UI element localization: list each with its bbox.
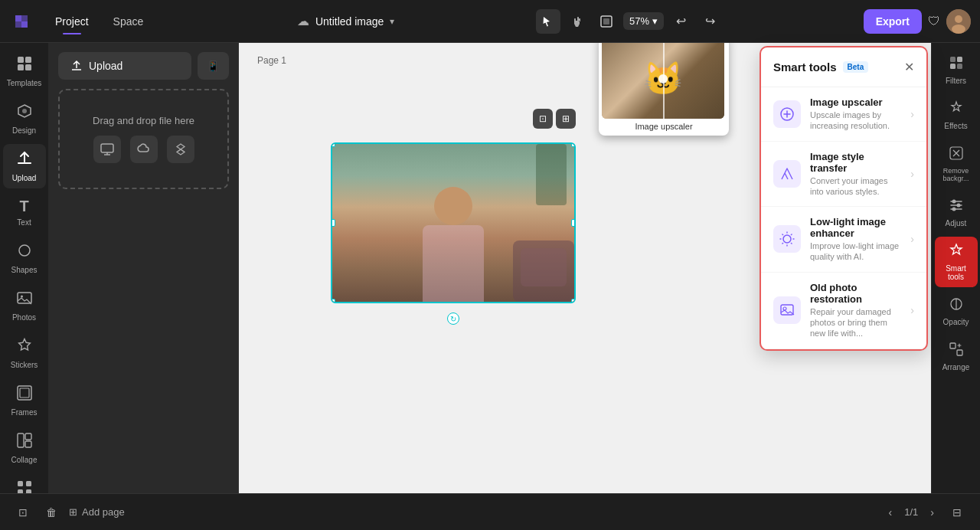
- sidebar-item-opacity[interactable]: Opacity: [935, 290, 978, 332]
- title-chevron-icon[interactable]: ▾: [390, 16, 394, 27]
- upscaler-desc: Upscale images by increasing resolution.: [810, 110, 901, 132]
- low-light-info: Low-light image enhancer Improve low-lig…: [810, 216, 901, 263]
- filters-label: Filters: [946, 77, 966, 85]
- logo-icon: [9, 9, 34, 34]
- sidebar-item-photos[interactable]: Photos: [3, 283, 46, 328]
- rotate-handle[interactable]: ↻: [447, 312, 459, 325]
- main-layout: Templates Design Upload T Text Shapes: [0, 43, 980, 493]
- frame-copy-button[interactable]: ⊡: [12, 503, 34, 522]
- smart-tools-panel: Smart tools Beta ✕ Image upscaler Upscal…: [760, 46, 928, 351]
- smart-tool-image-upscaler[interactable]: Image upscaler Upscale images by increas…: [761, 87, 926, 142]
- text-label: Text: [17, 218, 31, 227]
- svg-rect-29: [950, 64, 956, 69]
- add-page-icon: ⊞: [69, 506, 77, 518]
- sidebar-item-stickers[interactable]: Stickers: [3, 331, 46, 375]
- add-page-label: Add page: [82, 506, 125, 518]
- topbar-center: ☁ Untitled image ▾: [297, 14, 395, 28]
- sidebar-item-effects[interactable]: Effects: [935, 94, 978, 136]
- opacity-icon: [949, 296, 964, 315]
- effects-label: Effects: [944, 122, 967, 130]
- tab-project[interactable]: Project: [43, 9, 101, 34]
- selected-image-container[interactable]: ⊡ ⊞: [331, 142, 576, 303]
- crop-tool-button[interactable]: ⊡: [533, 109, 553, 129]
- photo-restoration-info: Old photo restoration Repair your damage…: [810, 282, 901, 339]
- user-avatar[interactable]: [946, 9, 971, 34]
- dropzone-icons: [93, 136, 194, 163]
- svg-rect-7: [18, 64, 24, 70]
- stickers-icon: [16, 337, 33, 358]
- upload-button[interactable]: Upload: [58, 52, 191, 80]
- upscaler-icon: [773, 100, 801, 128]
- cat-preview-image: 🐱: [602, 43, 724, 119]
- stickers-label: Stickers: [11, 361, 38, 369]
- frames-icon: [16, 384, 33, 405]
- next-page-button[interactable]: ›: [924, 503, 940, 522]
- add-page-button[interactable]: ⊞ Add page: [69, 506, 125, 518]
- sidebar-item-collage[interactable]: Collage: [3, 426, 46, 470]
- pan-tool[interactable]: [565, 9, 590, 34]
- sidebar-item-adjust[interactable]: Adjust: [935, 191, 978, 234]
- select-tool[interactable]: [536, 9, 560, 34]
- smart-tools-title: Smart tools: [773, 61, 837, 74]
- adjust-label: Adjust: [946, 219, 967, 227]
- dropzone[interactable]: Drag and drop file here: [58, 89, 229, 189]
- delete-button[interactable]: 🗑: [40, 503, 63, 522]
- effects-icon: [949, 100, 964, 119]
- apps-icon: [16, 479, 33, 493]
- sidebar-item-design[interactable]: Design: [3, 97, 46, 141]
- upscaler-chevron-icon: ›: [910, 108, 914, 120]
- svg-rect-17: [25, 441, 31, 447]
- fullscreen-button[interactable]: ⊟: [946, 503, 968, 522]
- cloud-icon[interactable]: [130, 136, 158, 163]
- smart-tool-low-light[interactable]: Low-light image enhancer Improve low-lig…: [761, 207, 926, 273]
- cat-preview-panel: 🐱 Image upscaler: [599, 43, 729, 136]
- close-button[interactable]: ✕: [904, 60, 914, 74]
- sidebar-item-text[interactable]: T Text: [3, 191, 46, 233]
- sidebar-item-frames[interactable]: Frames: [3, 378, 46, 423]
- sidebar-item-shapes[interactable]: Shapes: [3, 236, 46, 280]
- photo-restoration-chevron-icon: ›: [910, 304, 914, 316]
- sidebar-item-filters[interactable]: Filters: [935, 49, 978, 91]
- sidebar-item-upload[interactable]: Upload: [3, 144, 46, 188]
- low-light-name: Low-light image enhancer: [810, 216, 901, 239]
- frame-tool[interactable]: [594, 9, 619, 34]
- low-light-chevron-icon: ›: [910, 233, 914, 245]
- computer-icon[interactable]: [93, 136, 121, 163]
- prev-page-button[interactable]: ‹: [883, 503, 899, 522]
- shield-icon: 🛡: [928, 15, 940, 28]
- smart-tool-photo-restoration[interactable]: Old photo restoration Repair your damage…: [761, 273, 926, 349]
- sidebar-item-remove-bg[interactable]: Remove backgr...: [935, 139, 978, 188]
- upload-panel: Upload 📱 Drag and drop file here: [49, 43, 239, 493]
- image-options-button[interactable]: ⊞: [556, 109, 576, 129]
- mobile-button[interactable]: 📱: [198, 52, 229, 80]
- shapes-icon: [16, 242, 33, 263]
- adjust-icon: [949, 198, 964, 216]
- sidebar-item-smart-tools[interactable]: Smart tools: [935, 237, 978, 287]
- sidebar-item-arrange[interactable]: Arrange: [935, 335, 978, 378]
- photos-label: Photos: [12, 313, 36, 322]
- beta-badge: Beta: [843, 61, 869, 73]
- export-button[interactable]: Export: [864, 9, 922, 34]
- upload-actions-row: Upload 📱: [58, 52, 229, 80]
- svg-rect-8: [25, 64, 31, 70]
- zoom-control[interactable]: 57% ▾: [623, 12, 664, 30]
- svg-point-32: [952, 200, 956, 204]
- sidebar-item-apps[interactable]: Apps: [3, 473, 46, 493]
- image-toolbar: ⊡ ⊞: [533, 109, 576, 129]
- collage-icon: [16, 432, 33, 453]
- photo-restoration-desc: Repair your damaged photos or bring them…: [810, 306, 901, 339]
- selected-image[interactable]: [331, 142, 576, 303]
- undo-button[interactable]: ↩: [668, 9, 693, 34]
- photos-icon: [16, 290, 33, 310]
- style-transfer-icon: [773, 160, 801, 188]
- svg-rect-1: [603, 18, 609, 25]
- svg-rect-15: [18, 433, 24, 447]
- document-title[interactable]: Untitled image: [315, 15, 384, 28]
- tab-space[interactable]: Space: [101, 9, 156, 34]
- upload-icon: [16, 150, 33, 171]
- dropbox-icon[interactable]: [167, 136, 194, 163]
- zoom-chevron-icon: ▾: [652, 15, 658, 27]
- smart-tool-style-transfer[interactable]: Image style transfer Convert your images…: [761, 142, 926, 208]
- sidebar-item-templates[interactable]: Templates: [3, 49, 46, 93]
- redo-button[interactable]: ↪: [697, 9, 722, 34]
